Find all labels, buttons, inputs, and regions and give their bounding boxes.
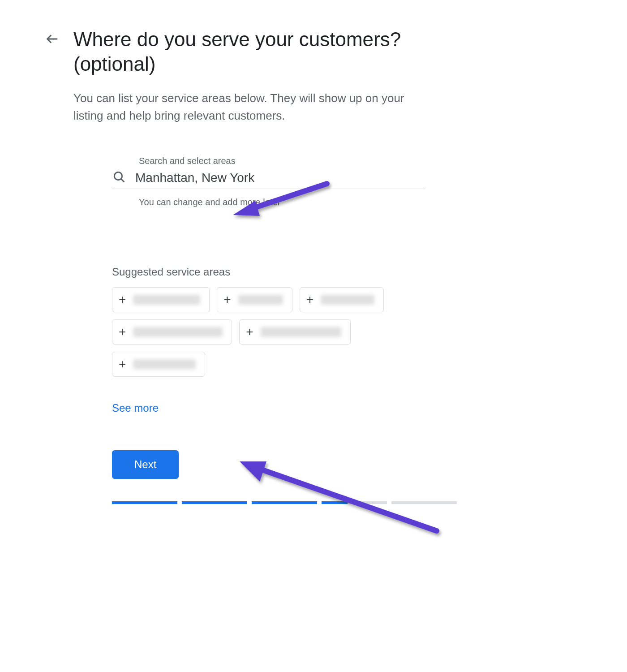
back-button[interactable] (45, 31, 60, 48)
progress-bar (112, 501, 457, 504)
suggested-area-label-blurred (321, 295, 374, 305)
next-button[interactable]: Next (112, 450, 179, 479)
page-title: Where do you serve your customers? (opti… (73, 27, 425, 76)
see-more-link[interactable]: See more (112, 402, 159, 414)
progress-segment (252, 501, 317, 504)
service-area-search-input[interactable] (135, 171, 425, 185)
suggested-area-label-blurred (133, 327, 223, 337)
suggested-area-label-blurred (261, 327, 341, 337)
suggested-area-chip[interactable]: + (239, 319, 350, 345)
plus-icon: + (246, 326, 253, 338)
search-area-block: Search and select areas You can change a… (112, 156, 425, 207)
search-icon (112, 170, 126, 186)
suggested-area-label-blurred (133, 295, 200, 305)
suggested-area-chip[interactable]: + (217, 287, 292, 312)
progress-segment (322, 501, 387, 504)
suggestions-title: Suggested service areas (112, 266, 425, 278)
suggested-area-label-blurred (238, 295, 283, 305)
svg-point-1 (114, 172, 122, 180)
progress-segment (182, 501, 247, 504)
suggested-area-chip[interactable]: + (112, 287, 210, 312)
progress-segment (391, 501, 457, 504)
plus-icon: + (119, 293, 126, 306)
suggested-area-chip[interactable]: + (112, 352, 205, 377)
search-hint: You can change and add more later (139, 197, 425, 207)
search-label: Search and select areas (139, 156, 425, 166)
suggested-area-chip[interactable]: + (112, 319, 232, 345)
plus-icon: + (119, 358, 126, 370)
suggested-area-label-blurred (133, 359, 196, 369)
plus-icon: + (223, 293, 231, 306)
suggested-area-chip[interactable]: + (300, 287, 384, 312)
page-subtitle: You can list your service areas below. T… (73, 90, 423, 125)
svg-line-2 (121, 179, 124, 182)
plus-icon: + (306, 293, 314, 306)
plus-icon: + (119, 326, 126, 338)
back-arrow-icon (45, 31, 60, 47)
progress-segment (112, 501, 177, 504)
